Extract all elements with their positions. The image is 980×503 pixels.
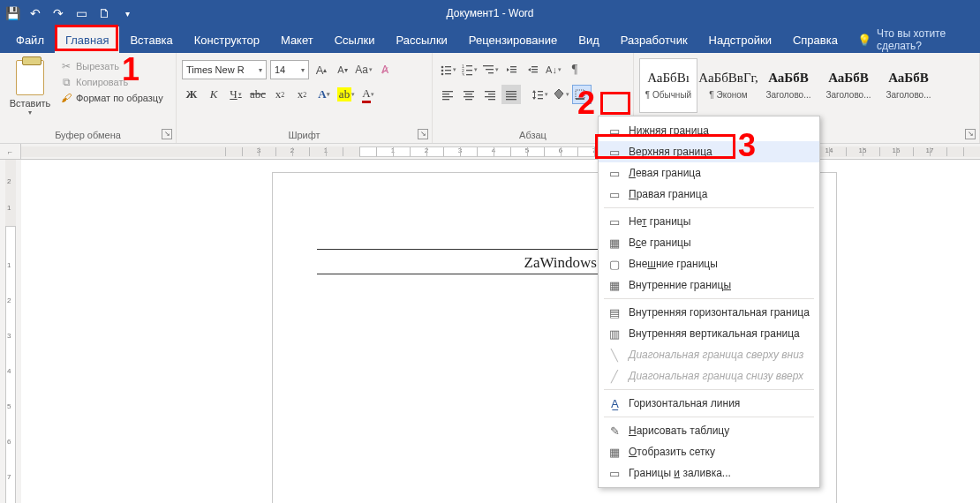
paste-label[interactable]: Вставить (10, 98, 51, 109)
svg-rect-22 (442, 94, 449, 94)
font-launcher-icon[interactable]: ↘ (418, 129, 428, 139)
increase-indent-button[interactable] (523, 60, 542, 79)
border-bottom-icon: ▭ (607, 124, 622, 138)
tab-review[interactable]: Рецензирование (458, 26, 568, 53)
text-effects-button[interactable]: A▾ (314, 85, 334, 104)
style-item[interactable]: АаБбВЗаголово... (819, 58, 878, 113)
undo-icon[interactable]: ↶ (28, 6, 42, 20)
styles-launcher-icon[interactable]: ↘ (965, 129, 976, 139)
tab-layout[interactable]: Макет (270, 26, 324, 53)
decrease-indent-button[interactable] (501, 60, 521, 79)
tab-developer[interactable]: Разработчик (610, 26, 698, 53)
menu-draw-table[interactable]: ✎Нарисовать таблицу (599, 420, 819, 441)
cut-button[interactable]: ✂Вырезать (60, 60, 163, 72)
font-color-button[interactable]: A▾ (358, 85, 378, 104)
borders-menu: ▭Нижняя граница ▭Верхняя граница ▭Левая … (598, 116, 820, 488)
clear-formatting-icon[interactable]: A̷ (376, 61, 394, 79)
vruler-num: 4 (7, 367, 11, 375)
style-item[interactable]: АаБбВЗаголово... (759, 58, 818, 113)
vertical-ruler[interactable]: 2 1 1 2 3 4 5 6 7 (0, 160, 21, 503)
borders-button[interactable] (572, 85, 592, 104)
copy-button[interactable]: ⧉Копировать (60, 76, 163, 88)
save-icon[interactable]: 💾 (5, 6, 19, 20)
paste-drop-icon[interactable]: ▾ (28, 109, 32, 116)
border-none-icon: ▭ (607, 214, 622, 229)
subscript-button[interactable]: x2 (270, 85, 290, 104)
highlight-button[interactable]: ab▾ (336, 85, 356, 104)
tab-addins[interactable]: Надстройки (698, 26, 782, 53)
font-size-combo[interactable]: 14▾ (270, 60, 309, 79)
tab-design[interactable]: Конструктор (184, 26, 270, 53)
style-sample: АаБбВвГг, (698, 71, 758, 85)
menu-border-inside[interactable]: ▦Внутренние границы (599, 274, 819, 296)
menu-border-inside-h[interactable]: ▤Внутренняя горизонтальная граница (599, 302, 819, 323)
menu-border-bottom[interactable]: ▭Нижняя граница (599, 120, 819, 141)
show-marks-button[interactable]: ¶ (565, 60, 584, 79)
tell-me-label: Что вы хотите сделать? (877, 27, 971, 52)
align-left-button[interactable] (438, 85, 457, 104)
horizontal-ruler[interactable]: 3211234567891011121314151617 (21, 144, 980, 160)
style-sample: АаБбВı (647, 71, 690, 85)
menu-borders-dialog[interactable]: ▭Границы и заливка... (599, 462, 819, 484)
menu-border-none[interactable]: ▭Нет границы (599, 211, 819, 232)
font-name-value: Times New R (186, 64, 245, 75)
paste-icon[interactable] (16, 60, 44, 95)
superscript-button[interactable]: x2 (292, 85, 312, 104)
align-right-button[interactable] (480, 85, 500, 104)
style-gallery[interactable]: АаБбВı¶ ОбычныйАаБбВвГг,¶ ЭкономАаБбВЗаг… (639, 58, 938, 113)
menu-border-left[interactable]: ▭Левая граница (599, 162, 819, 184)
chevron-down-icon: ▾ (298, 66, 305, 74)
document-canvas[interactable]: ZaWindows.ru (21, 160, 980, 503)
align-justify-button[interactable] (501, 85, 521, 104)
new-doc-icon[interactable]: 🗋 (97, 6, 111, 20)
menu-view-gridlines[interactable]: ▦Отобразить сетку (599, 441, 819, 462)
svg-rect-31 (485, 96, 495, 97)
style-item[interactable]: АаБбВЗаголово... (879, 58, 938, 113)
brush-icon: 🖌 (60, 92, 72, 104)
format-painter-button[interactable]: 🖌Формат по образцу (60, 92, 163, 104)
font-name-combo[interactable]: Times New R▾ (182, 60, 267, 79)
svg-rect-16 (510, 69, 516, 70)
svg-rect-39 (538, 94, 543, 95)
grow-font-icon[interactable]: A▴ (313, 61, 330, 79)
line-spacing-button[interactable] (530, 85, 549, 104)
menu-border-outside[interactable]: ▢Внешние границы (599, 253, 819, 274)
menu-border-inside-v[interactable]: ▥Внутренняя вертикальная граница (599, 323, 819, 344)
border-left-icon: ▭ (607, 166, 622, 180)
tab-view[interactable]: Вид (568, 26, 610, 53)
tab-mailings[interactable]: Рассылки (385, 26, 457, 53)
clipboard-launcher-icon[interactable]: ↘ (162, 129, 172, 139)
style-item[interactable]: АаБбВвГг,¶ Эконом (699, 58, 758, 113)
tab-insert[interactable]: Вставка (119, 26, 183, 53)
shrink-font-icon[interactable]: A▾ (334, 61, 351, 79)
sort-button[interactable]: A↓ (544, 60, 563, 79)
tell-me[interactable]: 💡 Что вы хотите сделать? (848, 26, 980, 53)
change-case-icon[interactable]: Aa (355, 61, 373, 79)
diag-up-icon: ╱ (607, 369, 622, 383)
strikethrough-button[interactable]: abc (248, 85, 268, 104)
menu-border-top[interactable]: ▭Верхняя граница (599, 141, 819, 162)
menu-border-all[interactable]: ▦Все границы (599, 232, 819, 253)
shading-button[interactable] (551, 85, 570, 104)
tab-home[interactable]: Главная (55, 26, 119, 53)
touch-mode-icon[interactable]: ▭ (74, 6, 88, 20)
align-center-button[interactable] (459, 85, 479, 104)
tab-file[interactable]: Файл (5, 26, 55, 53)
vruler-num: 3 (7, 332, 11, 340)
ribbon: Вставить ▾ ✂Вырезать ⧉Копировать 🖌Формат… (0, 53, 980, 144)
menu-horizontal-line[interactable]: A̲Горизонтальная линия (599, 393, 819, 414)
tab-help[interactable]: Справка (782, 26, 848, 53)
qat-more-icon[interactable]: ▾ (120, 6, 134, 20)
underline-button[interactable]: Ч▾ (226, 85, 245, 104)
menu-border-right[interactable]: ▭Правая граница (599, 184, 819, 205)
redo-icon[interactable]: ↷ (51, 6, 65, 20)
tab-references[interactable]: Ссылки (324, 26, 386, 53)
bold-button[interactable]: Ж (182, 85, 201, 104)
border-inside-h-icon: ▤ (607, 305, 622, 319)
italic-button[interactable]: К (204, 85, 223, 104)
bullets-button[interactable] (438, 60, 457, 79)
style-item[interactable]: АаБбВı¶ Обычный (639, 58, 697, 113)
vruler-num: 2 (7, 177, 11, 185)
multilevel-button[interactable] (480, 60, 500, 79)
numbering-button[interactable]: 123 (459, 60, 479, 79)
